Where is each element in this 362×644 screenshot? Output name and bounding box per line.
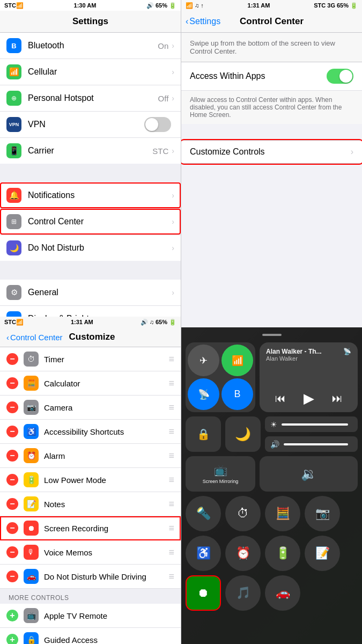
camera-cc-btn[interactable]: 📷 [305,496,340,531]
bluetooth-cc-btn[interactable]: B [221,378,253,410]
brightness-slider[interactable]: ☀ [265,416,358,432]
calculator-cc-btn[interactable]: 🧮 [265,496,300,531]
list-item[interactable]: − 🎙 Voice Memos ≡ [0,540,181,565]
lock-rotation-btn[interactable]: 🔒 [186,416,221,452]
remove-accessibility-btn[interactable]: − [6,426,18,437]
bottom-left-icons: 🔊 ♫ 65% 🔋 [141,319,176,326]
settings-panel: Settings B Bluetooth On › 📶 Cellular › ⊕ [0,11,181,317]
cc-toggles: ✈ 📶 📡 B [186,342,255,412]
remove-dnd-driving-btn[interactable]: − [6,570,18,582]
sliders: ☀ 🔊 [265,416,358,452]
screen-mirroring-btn[interactable]: 📺 Screen Mirroring [186,456,255,492]
access-within-apps-row[interactable]: Access Within Apps [181,62,362,91]
spacer [305,575,358,611]
camera-icon: 📷 [24,400,39,415]
remove-voice-btn[interactable]: − [6,546,18,558]
remove-screen-recording-btn[interactable]: − [6,522,18,534]
dnd-driving-label: Do Not Disturb While Driving [44,572,165,581]
customize-panel: ‹ Control Center Customize − ⏱ Timer ≡ −… [0,327,181,644]
remove-timer-btn[interactable]: − [6,353,18,365]
remove-camera-btn[interactable]: − [6,401,18,413]
back-button[interactable]: ‹ Settings [186,17,220,26]
accessibility-label: Accessibility Shortcuts [44,427,165,436]
customize-controls-row[interactable]: Customize Controls › [181,140,362,164]
control-center-overlay: ✈ 📶 📡 B Alan Walker - Th... Alan Walker … [181,327,362,644]
alarm-drag-handle[interactable]: ≡ [168,450,174,462]
control-center-row[interactable]: ⊞ Control Center › [0,209,181,235]
dnd-row[interactable]: 🌙 Do Not Disturb › [0,235,181,261]
remove-alarm-btn[interactable]: − [6,450,18,462]
list-item[interactable]: − 📷 Camera ≡ [0,396,181,420]
dnd-driving-drag-handle[interactable]: ≡ [168,571,174,582]
battery-cc-btn[interactable]: 🔋 [265,536,300,571]
vpn-row[interactable]: VPN VPN [0,112,181,138]
cc-top-row: ✈ 📶 📡 B Alan Walker - Th... Alan Walker … [186,342,358,412]
remove-notes-btn[interactable]: − [6,498,18,510]
notes-drag-handle[interactable]: ≡ [168,499,174,510]
airplane-mode-btn[interactable]: ✈ [188,345,219,376]
list-item[interactable]: − 🚗 Do Not Disturb While Driving ≡ [0,565,181,589]
remove-lowpower-btn[interactable]: − [6,474,18,486]
camera-drag-handle[interactable]: ≡ [168,402,174,413]
hotspot-icon: ⊕ [6,91,21,106]
cc-middle: 🔒 🌙 ☀ 🔊 [186,416,358,452]
notes-cc-btn[interactable]: 📝 [305,536,340,571]
divider-2 [0,261,181,280]
carrier-label: Carrier [28,146,152,156]
remove-calculator-btn[interactable]: − [6,377,18,389]
bluetooth-value: On [158,41,168,50]
accessibility-drag-handle[interactable]: ≡ [168,426,174,437]
list-item[interactable]: + 📺 Apple TV Remote [0,604,181,628]
list-item[interactable]: + 🔒 Guided Access [0,628,181,644]
control-center-label: Control Center [28,217,172,226]
calculator-drag-handle[interactable]: ≡ [168,378,174,389]
more-controls-label: MORE CONTROLS [9,594,69,602]
low-power-icon: 🔋 [24,472,39,487]
timer-drag-handle[interactable]: ≡ [168,354,174,365]
play-pause-btn[interactable]: ▶ [304,390,314,407]
back-label: Settings [189,17,220,26]
general-chevron: › [172,288,174,297]
back-chevron-icon: ‹ [186,17,188,26]
lowpower-drag-handle[interactable]: ≡ [168,474,174,486]
customize-back-btn[interactable]: ‹ Control Center [6,333,63,342]
list-item[interactable]: − ⏰ Alarm ≡ [0,444,181,468]
volume-slider[interactable]: 🔊 [265,436,358,452]
next-track-btn[interactable]: ⏭ [332,392,343,405]
accessibility-cc-btn[interactable]: ♿ [186,536,221,571]
general-row[interactable]: ⚙ General › [0,280,181,306]
torch-btn[interactable]: 🔦 [186,496,221,531]
list-item[interactable]: − 🧮 Calculator ≡ [0,371,181,396]
volume-control-btn[interactable]: 🔉 [260,456,358,492]
screen-recording-drag-handle[interactable]: ≡ [168,523,174,534]
access-toggle[interactable] [327,69,353,84]
add-guided-access-btn[interactable]: + [6,634,18,644]
list-item[interactable]: − 📝 Notes ≡ [0,492,181,516]
timer-cc-btn[interactable]: ⏱ [225,496,261,531]
list-item[interactable]: − ♿ Accessibility Shortcuts ≡ [0,420,181,444]
carrier-row[interactable]: 📱 Carrier STC › [0,138,181,164]
vpn-toggle[interactable] [144,117,171,132]
cc-tools-row: 🔦 ⏱ 🧮 📷 [186,496,358,531]
alarm-cc-btn[interactable]: ⏰ [225,536,261,571]
car-cc-btn[interactable]: 🚗 [265,575,300,611]
hotspot-row[interactable]: ⊕ Personal Hotspot Off › [0,85,181,112]
info-banner: Swipe up from the bottom of the screen t… [181,33,362,62]
add-apple-tv-btn[interactable]: + [6,610,18,621]
screen-recording-cc-btn[interactable]: ⏺ [186,575,221,611]
list-item[interactable]: − ⏱ Timer ≡ [0,347,181,371]
cellular-row[interactable]: 📶 Cellular › [0,59,181,85]
voice-memos-icon: 🎙 [24,545,39,560]
bluetooth-row[interactable]: B Bluetooth On › [0,33,181,59]
voice-drag-handle[interactable]: ≡ [168,547,174,558]
hotspot-btn[interactable]: 📶 [221,345,253,376]
display-row[interactable]: AA Display & Brightness › [0,306,181,317]
voice-memos-cc-btn[interactable]: 🎵 [225,575,261,611]
list-item[interactable]: − 🔋 Low Power Mode ≡ [0,468,181,492]
prev-track-btn[interactable]: ⏮ [275,392,286,405]
wifi-btn[interactable]: 📡 [188,378,219,410]
do-not-disturb-btn[interactable]: 🌙 [225,416,261,452]
list-item[interactable]: − ⏺ Screen Recording ≡ [0,516,181,540]
cc-content: ✈ 📶 📡 B Alan Walker - Th... Alan Walker … [181,327,362,644]
notifications-row[interactable]: 🔔 Notifications › [0,182,181,209]
